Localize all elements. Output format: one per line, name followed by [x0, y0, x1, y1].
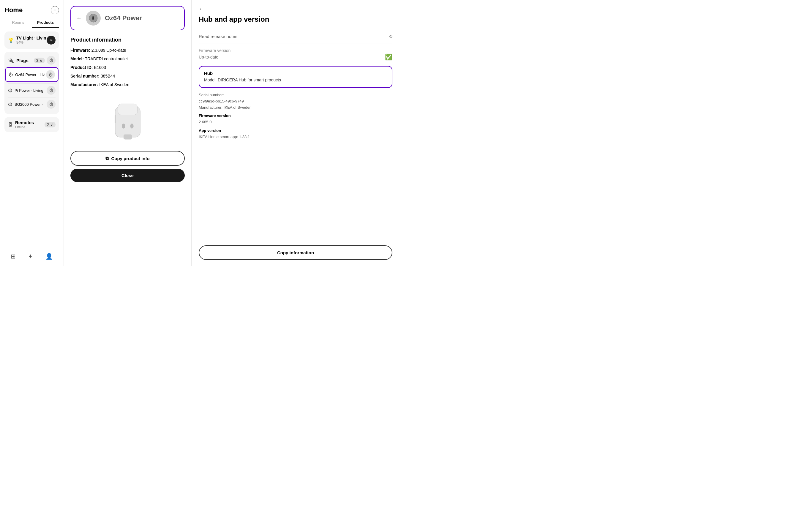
tv-light-name: TV Light · Livin — [16, 36, 46, 40]
home-title: Home — [4, 6, 23, 14]
svg-point-6 — [130, 124, 133, 129]
back-arrow-middle[interactable]: ← — [76, 15, 82, 21]
model-row: Model: TRADFRI control outlet — [70, 56, 185, 62]
sg2000-device-item[interactable]: ⏻ SG2000 Power · Bedr ⏻ — [8, 97, 56, 111]
svg-rect-7 — [123, 135, 132, 139]
release-notes-row[interactable]: Read release notes ⎋ — [199, 30, 392, 43]
person-nav-button[interactable]: 👤 — [45, 253, 53, 260]
copy-product-info-button[interactable]: ⧉ Copy product info — [70, 151, 185, 166]
pi-power-name: Pi Power · Living room — [15, 88, 44, 93]
firmware-version-label: Firmware version — [199, 48, 392, 53]
remote-icon: 🎛 — [8, 122, 13, 128]
tabs: Rooms Products — [4, 18, 59, 27]
product-image — [70, 101, 185, 146]
hub-card-title: Hub — [204, 71, 387, 76]
svg-point-2 — [92, 17, 94, 19]
device-header-name: Oz64 Power — [105, 14, 142, 22]
plugs-power-button[interactable]: ⏻ — [46, 56, 56, 65]
oz64-power-button[interactable]: ⏻ — [46, 70, 55, 79]
pi-power-button[interactable]: ⏻ — [46, 86, 56, 95]
hub-firmware-row: Firmware version 2.685.0 — [199, 113, 392, 125]
hub-manufacturer-row: Manufacturer: IKEA of Sweden — [199, 104, 392, 111]
tv-light-pct: 94% — [16, 40, 46, 44]
copy-information-button[interactable]: Copy information — [199, 245, 392, 260]
plugs-header: 🔌 Plugs 3 ∧ ⏻ — [8, 55, 56, 66]
hub-serial-row: Serial number: cc9f9e3d-bb15-49c6-9749 — [199, 92, 392, 104]
remotes-sub: Offline — [15, 125, 34, 129]
home-nav-button[interactable]: ⊞ — [11, 253, 16, 260]
left-panel: Home + Rooms Products 💡 TV Light · Livin… — [0, 0, 64, 266]
device-avatar — [86, 11, 101, 25]
serial-row: Serial number: 385B44 — [70, 73, 185, 79]
bulb-icon: 💡 — [8, 37, 14, 43]
tab-products[interactable]: Products — [32, 18, 59, 27]
tv-light-group: 💡 TV Light · Livin 94% ☀ — [4, 32, 59, 49]
oz64-name: Oz64 Power · Living r — [15, 73, 45, 77]
right-panel: ← Hub and app version Read release notes… — [192, 0, 400, 266]
tv-power-button[interactable]: ☀ — [46, 36, 56, 44]
release-notes-label: Read release notes — [199, 34, 237, 39]
sg2000-outlet-icon: ⏻ — [8, 102, 12, 107]
bottom-nav: ⊞ ✦ 👤 — [4, 249, 59, 260]
product-info-title: Product information — [70, 37, 185, 43]
plug-icon: 🔌 — [8, 58, 14, 63]
close-button[interactable]: Close — [70, 169, 185, 182]
product-id-row: Product ID: E1603 — [70, 64, 185, 71]
remotes-name: Remotes — [15, 120, 34, 125]
hub-details: Serial number: cc9f9e3d-bb15-49c6-9749 M… — [199, 92, 392, 140]
app-version-row: App version IKEA Home smart app: 1.38.1 — [199, 128, 392, 140]
hub-card: Hub Model: DIRIGERA Hub for smart produc… — [199, 66, 392, 88]
home-header: Home + — [4, 6, 59, 14]
oz64-device-item[interactable]: ⏻ Oz64 Power · Living r ⏻ — [5, 67, 58, 82]
plugs-group: 🔌 Plugs 3 ∧ ⏻ ⏻ Oz64 Power · Living r — [4, 52, 59, 114]
tv-light-item[interactable]: 💡 TV Light · Livin 94% ☀ — [8, 35, 56, 46]
product-info-section: Product information Firmware: 2.3.089 Up… — [70, 37, 185, 90]
svg-point-5 — [122, 124, 125, 129]
middle-panel: ← Oz64 Power Product information Firmwar… — [64, 0, 192, 266]
outlet-icon: ⏻ — [8, 72, 13, 77]
plugs-name: Plugs — [16, 58, 28, 63]
sparkle-nav-button[interactable]: ✦ — [28, 253, 33, 260]
svg-rect-4 — [118, 104, 137, 115]
add-button[interactable]: + — [51, 6, 59, 14]
svg-rect-8 — [114, 115, 116, 123]
hub-app-version-title: Hub and app version — [199, 15, 392, 23]
firmware-status-row: Up-to-date ✅ — [199, 54, 392, 61]
pi-outlet-icon: ⏻ — [8, 88, 12, 93]
firmware-row: Firmware: 2.3.089 Up-to-date — [70, 47, 185, 54]
remotes-header: 🎛 Remotes Offline 2 ∨ — [8, 120, 56, 129]
tab-rooms[interactable]: Rooms — [4, 18, 32, 27]
hub-card-model: Model: DIRIGERA Hub for smart products — [204, 77, 387, 83]
sg2000-name: SG2000 Power · Bedr — [15, 102, 44, 107]
firmware-status-value: Up-to-date — [199, 55, 218, 59]
back-arrow-right[interactable]: ← — [199, 6, 392, 12]
manufacturer-row: Manufacturer: IKEA of Sweden — [70, 82, 185, 88]
plugs-count[interactable]: 3 ∧ — [34, 58, 45, 63]
remotes-count[interactable]: 2 ∨ — [44, 122, 56, 128]
remotes-group: 🎛 Remotes Offline 2 ∨ — [4, 117, 59, 132]
pi-power-device-item[interactable]: ⏻ Pi Power · Living room ⏻ — [8, 83, 56, 97]
firmware-version-section: Firmware version Up-to-date ✅ — [199, 48, 392, 61]
sg2000-power-button[interactable]: ⏻ — [46, 100, 56, 109]
device-header-card: ← Oz64 Power — [70, 6, 185, 30]
copy-icon: ⧉ — [106, 156, 109, 161]
checkmark-icon: ✅ — [385, 54, 392, 61]
external-link-icon: ⎋ — [389, 34, 392, 39]
